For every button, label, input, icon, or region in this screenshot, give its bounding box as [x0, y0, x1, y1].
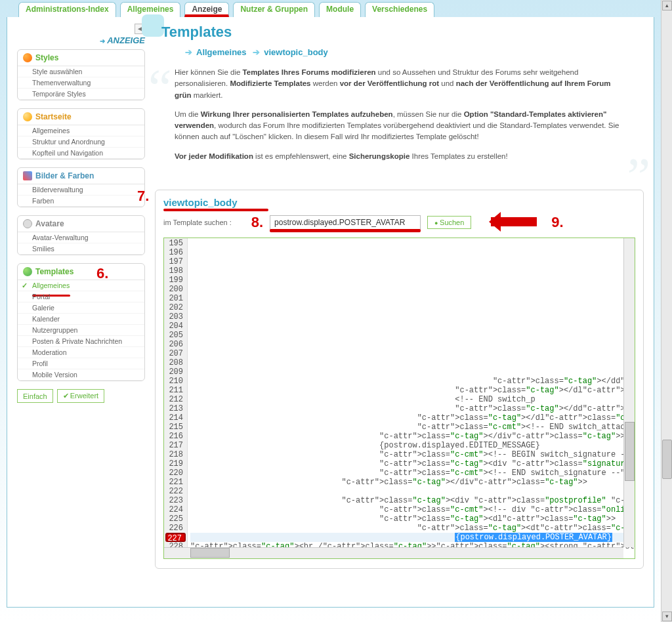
tab-verschiedenes[interactable]: Verschiedenes: [365, 2, 434, 17]
sidebar-item[interactable]: Posten & Private Nachrichten: [18, 336, 144, 347]
annotation-underline: [163, 209, 268, 211]
sidegroup-avatare: Avatare Avatar-Verwaltung Smilies: [17, 215, 145, 255]
page-vscrollbar[interactable]: ▴ ▾: [661, 0, 672, 622]
editor-hscrollbar[interactable]: [164, 547, 623, 558]
sidebar-item[interactable]: Mobile Version: [18, 369, 144, 381]
sidebar-item[interactable]: Themenverwaltung: [18, 77, 144, 89]
intro-text: “ Hier können Sie die Templates Ihres Fo…: [155, 67, 644, 176]
tab-nutzer-gruppen[interactable]: Nutzer & Gruppen: [233, 2, 315, 17]
annotation-underline: [270, 229, 421, 232]
content: Templates ➔Allgemeines ➔viewtopic_body “…: [155, 24, 644, 600]
sidebar-item[interactable]: Style auswählen: [18, 66, 144, 77]
tab-anzeige[interactable]: Anzeige: [184, 2, 229, 17]
page-title: Templates: [161, 24, 644, 41]
avatare-icon: [23, 219, 32, 228]
template-name: viewtopic_body: [163, 197, 635, 208]
sidebar-crumb: ANZEIGE: [17, 35, 145, 45]
sidebar-item-allgemeines[interactable]: Allgemeines: [18, 280, 144, 291]
sidebar-item[interactable]: Portal: [18, 291, 144, 302]
sidebar-item[interactable]: Struktur und Anordnung: [18, 136, 144, 148]
simple-button[interactable]: Einfach: [17, 389, 53, 403]
startseite-icon: [23, 112, 32, 121]
sidebar-item[interactable]: Allgemeines: [18, 125, 144, 136]
sidegroup-bilder-farben: Bilder & Farben Bilderverwaltung Farben: [17, 167, 145, 207]
code-area[interactable]: "c-attr">class="c-tag"></dd"c-attr">clas…: [188, 238, 635, 558]
sidebar-item[interactable]: Galerie: [18, 302, 144, 314]
sidebar-item[interactable]: Temporäre Styles: [18, 89, 144, 100]
search-label: im Template suchen :: [163, 218, 232, 226]
scroll-up-icon[interactable]: ▴: [662, 1, 672, 10]
breadcrumb: ➔Allgemeines ➔viewtopic_body: [181, 47, 644, 57]
sidebar-item[interactable]: Profil: [18, 358, 144, 369]
sidebar-item[interactable]: Farben: [18, 196, 144, 207]
breadcrumb-link[interactable]: viewtopic_body: [264, 47, 328, 57]
template-panel: 7. viewtopic_body im Template suchen : 8…: [155, 190, 644, 569]
templates-icon: [23, 267, 32, 276]
scroll-down-icon[interactable]: ▾: [662, 612, 672, 621]
sidebar-item[interactable]: Nutzergruppen: [18, 325, 144, 336]
breadcrumb-link[interactable]: Allgemeines: [196, 47, 247, 57]
sidebar-item[interactable]: Avatar-Verwaltung: [18, 232, 144, 243]
sidebar-item[interactable]: Smilies: [18, 243, 144, 255]
code-editor[interactable]: 1951961971981992002012022032042052062072…: [163, 238, 635, 559]
quote-open-icon: “: [148, 75, 172, 101]
quote-close-icon: ”: [627, 163, 650, 190]
extended-button[interactable]: ✔Erweitert: [57, 389, 104, 403]
annotation-8: 8.: [251, 214, 263, 231]
line-gutter: 1951961971981992002012022032042052062072…: [164, 238, 188, 558]
top-tabs: Administrations-Index Allgemeines Anzeig…: [0, 0, 661, 17]
annotation-9: 9.: [551, 214, 563, 231]
sidebar: ◄ ANZEIGE Styles Style auswählen Themenv…: [17, 24, 145, 600]
sidegroup-styles: Styles Style auswählen Themenverwaltung …: [17, 49, 145, 100]
sidebar-item[interactable]: Moderation: [18, 347, 144, 358]
annotation-arrow-icon: [491, 217, 537, 226]
tab-module[interactable]: Module: [319, 2, 361, 17]
sidebar-item[interactable]: Kalender: [18, 314, 144, 325]
styles-icon: [23, 53, 32, 62]
scroll-thumb[interactable]: [662, 440, 672, 479]
editor-vscrollbar[interactable]: [623, 238, 635, 547]
search-button[interactable]: Suchen: [427, 216, 471, 229]
sidegroup-templates: Templates 6. Allgemeines Portal Galerie …: [17, 263, 145, 381]
tab-admin-index[interactable]: Administrations-Index: [18, 2, 116, 17]
template-search-input[interactable]: [270, 215, 421, 230]
sidegroup-startseite: Startseite Allgemeines Struktur und Anor…: [17, 108, 145, 159]
title-marker-icon: [142, 14, 164, 37]
sidebar-item[interactable]: Bilderverwaltung: [18, 184, 144, 196]
annotation-7: 7.: [137, 188, 149, 205]
sidebar-item[interactable]: Kopfteil und Navigation: [18, 148, 144, 159]
bilder-icon: [23, 171, 32, 180]
